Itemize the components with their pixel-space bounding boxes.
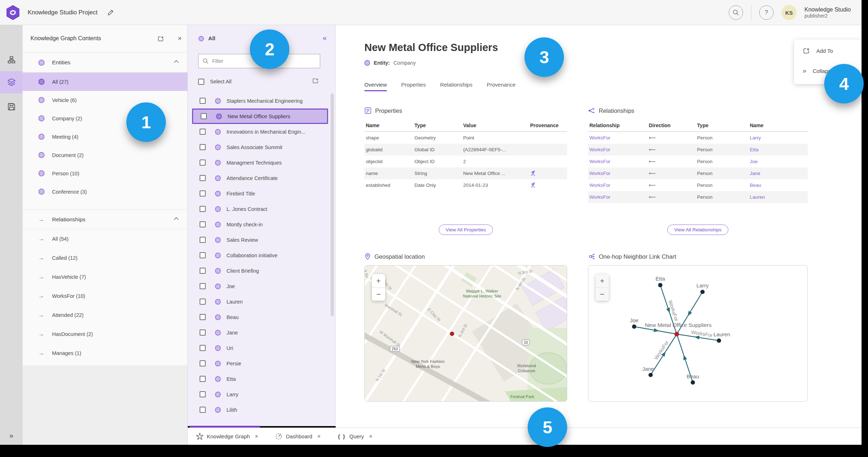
rail-layers-button[interactable] [0,71,23,93]
tab-properties[interactable]: Properties [401,82,426,91]
link-chart-view[interactable]: WorksForWorksForWorksForEttaLarryJoeLaur… [588,265,808,402]
chevron-up-icon[interactable] [174,217,179,220]
relationship-link[interactable]: WorksFor [588,191,647,203]
row-checkbox[interactable] [201,113,207,119]
entity-type-row[interactable]: Person (10) [23,164,187,183]
entity-instance-row[interactable]: Larry [188,387,335,402]
row-checkbox[interactable] [200,160,206,166]
zoom-out-button[interactable]: − [596,287,609,301]
row-checkbox[interactable] [200,268,206,274]
row-checkbox[interactable] [200,252,206,258]
relationship-type-row[interactable]: → Called (12) [23,248,187,267]
entity-instance-row[interactable]: Etta [188,371,335,387]
collapse-panel-icon[interactable]: « [323,34,327,42]
user-info[interactable]: Knowledge Studio publisher2 [804,6,851,19]
tab-query[interactable]: { } Query × [329,428,381,445]
row-checkbox[interactable] [200,175,206,181]
relationship-type-row[interactable]: → Attended (22) [23,305,187,324]
entity-instance-row[interactable]: Staplers Mechanical Engineering [188,93,335,109]
tab-provenance[interactable]: Provenance [487,82,515,91]
relationship-type-row[interactable]: → All (54) [23,229,187,248]
row-checkbox[interactable] [200,360,206,366]
chevron-up-icon[interactable] [174,60,179,63]
row-checkbox[interactable] [200,283,206,289]
entity-instance-row[interactable]: Collaboration initiative [188,248,335,263]
row-checkbox[interactable] [200,221,206,227]
provenance-flag-icon[interactable] [530,182,536,188]
close-panel-icon[interactable]: × [178,34,182,42]
zoom-in-button[interactable]: + [596,274,609,287]
entity-type-row[interactable]: All (27) [23,73,187,91]
close-tab-icon[interactable]: × [255,433,258,440]
rail-hierarchy-button[interactable] [0,49,23,71]
related-entity-link[interactable]: Beau [748,179,808,191]
entity-instance-row[interactable]: Attendance Certificate [188,170,335,186]
entity-instance-row[interactable]: Uri [188,340,335,356]
entity-instance-row[interactable]: Jane [188,325,335,340]
provenance-flag-icon[interactable] [530,170,536,176]
entities-section-header[interactable]: Entities [23,53,187,73]
row-checkbox[interactable] [200,407,206,413]
list-scrollbar[interactable] [331,93,334,316]
relationship-link[interactable]: WorksFor [588,132,647,144]
entity-instance-row[interactable]: Sales Review [188,232,335,248]
tab-dashboard[interactable]: Dashboard × [267,428,329,445]
relationship-type-row[interactable]: → WorksFor (10) [23,286,187,305]
rail-expand-button[interactable]: » [0,431,23,440]
rail-save-button[interactable] [0,96,23,118]
row-checkbox[interactable] [200,206,206,212]
row-checkbox[interactable] [200,129,206,135]
map-view[interactable]: k Rd W Clay St Marshall St W Marshall St… [364,265,567,402]
row-checkbox[interactable] [200,345,206,351]
entity-instance-row[interactable]: Innovations in Mechanical Engin... [188,124,335,139]
row-checkbox[interactable] [200,190,206,197]
entity-instance-row[interactable]: Sales Associate Summit [188,139,335,155]
entity-instance-row[interactable]: Montly check-in [188,217,335,232]
relationship-type-row[interactable]: → HasDocument (2) [23,324,187,343]
relationship-link[interactable]: WorksFor [588,167,647,179]
select-all-checkbox[interactable] [198,79,204,85]
tab-relationships[interactable]: Relationships [440,82,472,91]
entity-instance-row[interactable]: Persie [188,356,335,371]
close-tab-icon[interactable]: × [317,433,321,440]
entity-instance-row[interactable]: Joe [188,278,335,294]
tab-overview[interactable]: Overview [364,82,387,91]
relationship-link[interactable]: WorksFor [588,156,647,167]
entity-instance-row[interactable]: Managment Techniques [188,155,335,170]
help-button[interactable]: ? [759,5,774,20]
related-entity-link[interactable]: Jane [748,167,808,179]
add-to-menu-item[interactable]: Add To [794,42,868,60]
entity-type-row[interactable]: Document (2) [23,146,187,164]
row-checkbox[interactable] [200,98,206,104]
row-checkbox[interactable] [200,237,206,243]
row-checkbox[interactable] [200,391,206,397]
related-entity-link[interactable]: Etta [748,144,808,156]
row-checkbox[interactable] [200,144,206,150]
edit-title-icon[interactable] [107,9,114,16]
relationship-type-row[interactable]: → HasVehicle (7) [23,267,187,286]
search-button[interactable] [729,5,743,20]
zoom-out-button[interactable]: − [372,287,385,301]
row-checkbox[interactable] [200,299,206,305]
entity-instance-row[interactable]: Firebird Title [188,186,335,201]
row-checkbox[interactable] [200,376,206,382]
related-entity-link[interactable]: Joe [748,156,808,167]
row-checkbox[interactable] [200,329,206,336]
relationship-type-row[interactable]: → Manages (1) [23,343,187,363]
add-selection-icon[interactable] [312,77,319,84]
related-entity-link[interactable]: Larry [748,132,808,144]
view-all-relationships-button[interactable]: View All Relationships [667,225,728,235]
user-avatar[interactable]: KS [781,5,797,20]
relationships-section-header[interactable]: → Relationships [23,209,187,229]
tab-knowledge-graph[interactable]: Knowledge Graph × [188,428,267,445]
entity-type-row[interactable]: Vehicle (6) [23,91,187,109]
entity-type-row[interactable]: Conference (3) [23,183,187,201]
relationship-link[interactable]: WorksFor [588,144,647,156]
close-tab-icon[interactable]: × [369,433,372,440]
zoom-in-button[interactable]: + [372,274,385,287]
entity-instance-row[interactable]: New Metal Office Suppliers [192,109,328,124]
entity-instance-row[interactable]: L. Jones Contract [188,201,335,217]
related-entity-link[interactable]: Lauren [748,191,808,203]
entity-instance-row[interactable]: Client Briefing [188,263,335,278]
entity-instance-row[interactable]: Lilith [188,402,335,417]
